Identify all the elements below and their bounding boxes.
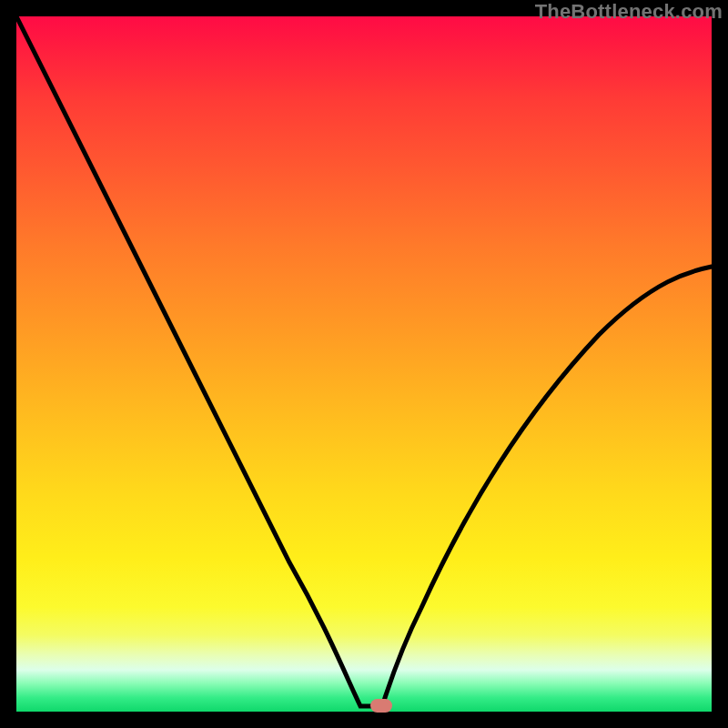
curve-path [16, 16, 712, 706]
watermark-text: TheBottleneck.com [535, 0, 723, 24]
chart-container: TheBottleneck.com [0, 0, 728, 728]
bottleneck-curve [16, 16, 712, 712]
optimum-marker [370, 699, 392, 713]
